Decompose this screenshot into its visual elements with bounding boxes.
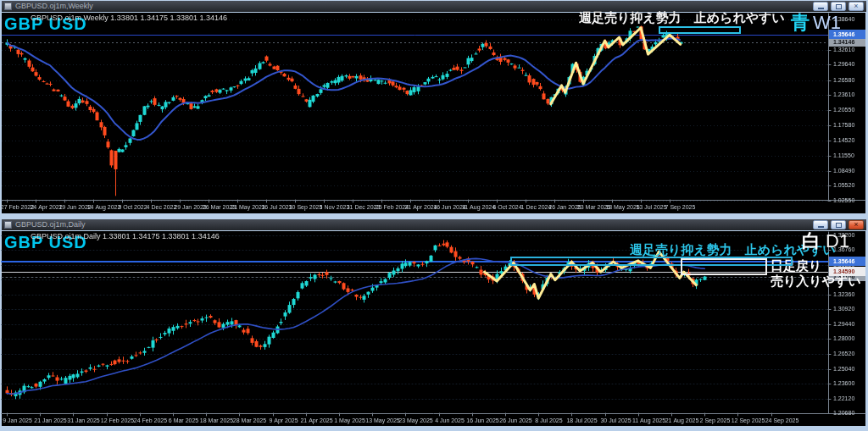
chart-window-icon [4,3,12,10]
weekly-window-titlebar[interactable]: GBPUSD.oj1m,Weekly × [2,1,866,12]
close-button[interactable]: × [849,220,864,229]
charts-canvas[interactable] [0,0,868,431]
chart-window-icon [4,221,12,229]
daily-pullback-box[interactable] [681,258,767,275]
weekly-window-title: GBPUSD.oj1m,Weekly [15,1,93,12]
mt4-workspace: { "windows": [ { "title": "GBPUSD.oj1m,W… [0,0,868,431]
minimize-button[interactable] [813,2,828,11]
daily-window-title: GBPUSD.oj1m,Daily [15,219,86,230]
restore-button[interactable] [831,220,846,229]
daily-window-titlebar[interactable]: GBPUSD.oj1m,Daily × [2,219,866,230]
weekly-resistance-box[interactable] [659,26,741,34]
close-button[interactable]: × [849,2,864,11]
minimize-button[interactable] [813,220,828,229]
minimize-icon [818,8,824,9]
minimize-icon [818,226,824,228]
restore-icon [836,223,842,228]
restore-icon [836,4,842,9]
restore-button[interactable] [831,2,846,11]
